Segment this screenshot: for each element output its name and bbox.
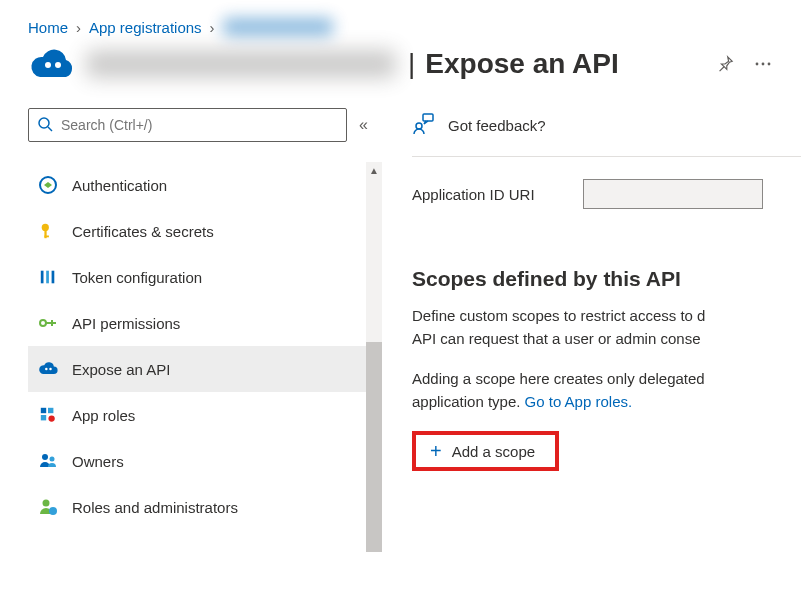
svg-point-14 — [40, 320, 46, 326]
app-roles-icon — [38, 405, 58, 425]
application-id-uri-input[interactable] — [583, 179, 763, 209]
scrollbar[interactable]: ▲ — [366, 162, 382, 552]
add-scope-button[interactable]: + Add a scope — [412, 431, 559, 471]
collapse-sidebar-icon[interactable]: « — [359, 116, 368, 134]
svg-point-22 — [48, 415, 54, 421]
authentication-icon — [38, 175, 58, 195]
scrollbar-up-arrow-icon[interactable]: ▲ — [366, 162, 382, 178]
nav-item-label: Certificates & secrets — [72, 223, 214, 240]
chevron-right-icon: › — [76, 19, 81, 36]
nav-item-app-roles[interactable]: App roles — [28, 392, 368, 438]
divider — [412, 156, 801, 157]
nav-item-label: API permissions — [72, 315, 180, 332]
search-input-wrap[interactable] — [28, 108, 347, 142]
svg-rect-28 — [423, 114, 433, 121]
svg-point-18 — [49, 368, 52, 371]
svg-point-25 — [43, 500, 50, 507]
title-bar: | Expose an API — [0, 44, 801, 108]
svg-point-4 — [768, 63, 771, 66]
go-to-app-roles-link[interactable]: Go to App roles. — [525, 393, 633, 410]
add-scope-label: Add a scope — [452, 443, 535, 460]
scopes-description-2: Adding a scope here creates only delegat… — [412, 368, 792, 413]
svg-point-17 — [45, 368, 48, 371]
app-name-redacted — [86, 50, 396, 78]
nav-item-label: Owners — [72, 453, 124, 470]
nav-item-expose-an-api[interactable]: Expose an API — [28, 346, 368, 392]
application-id-uri-label: Application ID URI — [412, 186, 535, 203]
token-icon — [38, 267, 58, 287]
svg-point-8 — [42, 224, 49, 231]
nav-item-label: Token configuration — [72, 269, 202, 286]
pin-icon[interactable] — [715, 54, 735, 74]
more-icon[interactable] — [753, 54, 773, 74]
svg-point-23 — [42, 454, 48, 460]
nav-item-token-configuration[interactable]: Token configuration — [28, 254, 368, 300]
nav-item-authentication[interactable]: Authentication — [28, 162, 368, 208]
nav-item-api-permissions[interactable]: API permissions — [28, 300, 368, 346]
svg-point-3 — [762, 63, 765, 66]
page-title: Expose an API — [425, 48, 618, 80]
svg-rect-11 — [41, 271, 44, 284]
search-icon — [37, 116, 53, 135]
nav-item-label: Roles and administrators — [72, 499, 238, 516]
scopes-heading: Scopes defined by this API — [412, 267, 801, 291]
api-permissions-icon — [38, 313, 58, 333]
nav-item-roles-administrators[interactable]: Roles and administrators — [28, 484, 368, 530]
feedback-label: Got feedback? — [448, 117, 546, 134]
svg-point-26 — [49, 507, 57, 515]
svg-rect-10 — [44, 236, 49, 238]
chevron-right-icon: › — [210, 19, 215, 36]
cloud-app-icon — [28, 48, 76, 80]
svg-point-0 — [45, 62, 51, 68]
svg-point-2 — [756, 63, 759, 66]
scopes-description: Define custom scopes to restrict access … — [412, 305, 792, 350]
breadcrumb-app-registrations[interactable]: App registrations — [89, 19, 202, 36]
breadcrumb-home[interactable]: Home — [28, 19, 68, 36]
svg-rect-19 — [41, 408, 46, 413]
svg-line-6 — [48, 127, 52, 131]
svg-point-1 — [55, 62, 61, 68]
breadcrumb-app-name-redacted[interactable] — [223, 18, 333, 36]
svg-rect-13 — [52, 271, 55, 284]
owners-icon — [38, 451, 58, 471]
nav-item-label: Authentication — [72, 177, 167, 194]
application-id-uri-row: Application ID URI — [412, 179, 801, 209]
svg-rect-21 — [41, 415, 46, 420]
main-content: Got feedback? Application ID URI Scopes … — [368, 108, 801, 579]
search-input[interactable] — [61, 117, 338, 133]
feedback-link[interactable]: Got feedback? — [412, 108, 801, 142]
roles-admins-icon — [38, 497, 58, 517]
svg-rect-20 — [48, 408, 53, 413]
plus-icon: + — [430, 441, 442, 461]
person-feedback-icon — [412, 113, 434, 138]
breadcrumb: Home › App registrations › — [0, 0, 801, 44]
svg-point-27 — [416, 123, 422, 129]
nav-item-owners[interactable]: Owners — [28, 438, 368, 484]
svg-rect-12 — [46, 271, 49, 284]
key-icon — [38, 221, 58, 241]
svg-point-5 — [39, 118, 49, 128]
svg-point-24 — [50, 457, 55, 462]
nav-item-label: App roles — [72, 407, 135, 424]
nav-item-label: Expose an API — [72, 361, 170, 378]
nav-item-certificates-secrets[interactable]: Certificates & secrets — [28, 208, 368, 254]
cloud-api-icon — [38, 359, 58, 379]
scrollbar-thumb[interactable] — [366, 342, 382, 552]
sidebar: « Authentication Certificates & secrets … — [0, 108, 368, 579]
